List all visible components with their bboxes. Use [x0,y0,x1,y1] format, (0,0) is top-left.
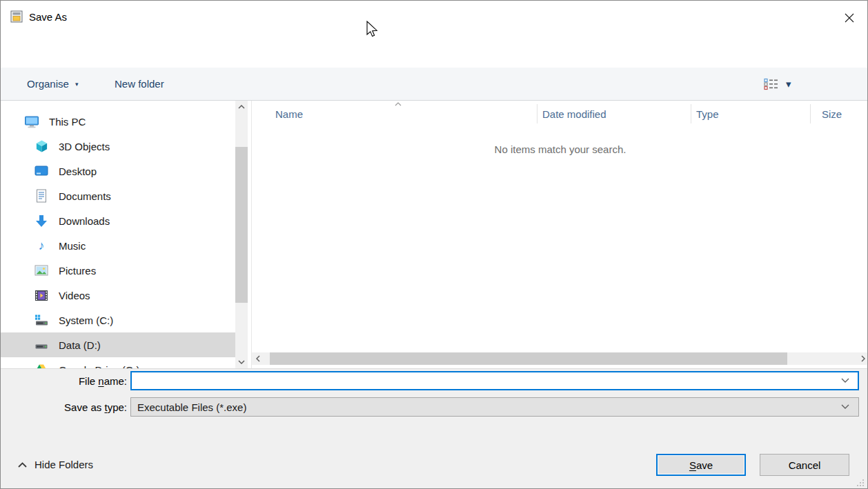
column-divider[interactable] [691,104,691,123]
chevron-down-icon: ▾ [75,81,79,88]
column-header-row: Name Date modified Type Size [252,101,867,127]
organise-label: Organise [27,78,69,90]
hide-folders-label: Hide Folders [34,459,93,470]
sidebar-item-documents[interactable]: Documents [1,183,235,208]
downloads-icon [34,214,49,228]
save-as-type-label: Save as type: [1,401,127,413]
google-drive-icon [34,363,49,368]
title-bar: Save As [1,1,867,34]
navigation-bar: › This PC › Data (D:) › Software › CLO [1,34,867,68]
sidebar-item-label: Documents [59,190,111,202]
music-icon: ♪ [34,239,49,252]
sidebar-item-label: Videos [59,290,90,301]
chevron-down-icon: ▾ [786,78,791,90]
save-as-type-value: Executable Files (*.exe) [137,401,246,413]
system-drive-icon [34,313,49,327]
scroll-left-icon[interactable] [256,355,260,362]
window-title: Save As [29,11,67,23]
empty-results-message: No items match your search. [252,143,867,155]
column-header-size[interactable]: Size [822,108,842,120]
column-divider[interactable] [810,104,811,123]
scrollbar-thumb[interactable] [235,147,248,303]
scroll-right-icon[interactable] [861,355,865,362]
sidebar-item-data-d[interactable]: Data (D:) [1,332,235,357]
sidebar-item-google-drive[interactable]: Google Drive (G:) [1,357,235,368]
column-header-name[interactable]: Name [275,108,303,120]
sidebar-item-this-pc[interactable]: This PC [1,109,235,134]
sidebar-item-label: Music [59,240,86,252]
sidebar-item-downloads[interactable]: Downloads [1,208,235,233]
scrollbar-thumb[interactable] [270,352,787,365]
scroll-down-icon[interactable] [238,360,245,364]
sidebar-item-3d-objects[interactable]: 3D Objects [1,134,235,159]
this-pc-icon [24,114,39,128]
3d-objects-icon [34,139,49,153]
scroll-up-icon[interactable] [238,105,245,109]
sidebar-item-label: Downloads [59,215,110,227]
organise-button[interactable]: Organise ▾ [27,68,78,100]
save-as-type-dropdown[interactable]: Executable Files (*.exe) [130,397,859,417]
sidebar-item-label: Desktop [59,166,97,177]
save-as-icon [10,10,23,23]
column-header-type[interactable]: Type [696,108,719,120]
save-as-dialog: Save As [0,0,868,489]
sidebar-item-system-c[interactable]: System (C:) [1,308,235,332]
data-drive-icon [34,338,49,352]
sidebar-item-videos[interactable]: Videos [1,283,235,308]
cancel-button[interactable]: Cancel [760,454,849,476]
command-toolbar: Organise ▾ New folder ▾ ? [1,68,867,101]
documents-icon [34,189,49,203]
sidebar-item-label: This PC [49,116,86,128]
file-name-input[interactable] [130,371,859,390]
new-folder-button[interactable]: New folder [115,68,164,100]
desktop-icon [34,164,49,178]
resize-grip[interactable] [856,478,865,488]
navigation-pane: This PC 3D Objects [1,101,235,368]
sidebar-item-label: Data (D:) [59,339,101,351]
close-icon [845,13,854,23]
chevron-down-icon[interactable] [841,378,849,383]
chevron-down-icon[interactable] [841,404,849,410]
sidebar-item-pictures[interactable]: Pictures [1,258,235,283]
save-options-panel: File name: Save as type: Executable File… [1,368,867,489]
sidebar-item-desktop[interactable]: Desktop [1,159,235,183]
dialog-body: This PC 3D Objects [1,101,867,368]
hide-folders-button[interactable]: Hide Folders [18,459,93,470]
change-view-button[interactable]: ▾ [764,68,791,100]
sidebar-item-label: 3D Objects [59,141,110,152]
close-button[interactable] [840,9,858,27]
videos-icon [34,288,49,302]
pictures-icon [34,263,49,277]
sidebar-item-music[interactable]: ♪ Music [1,233,235,258]
new-folder-label: New folder [115,78,164,90]
details-view-icon [764,78,779,90]
column-divider[interactable] [537,104,537,123]
sort-ascending-icon [395,102,402,106]
file-list-pane: Name Date modified Type Size No items ma… [252,101,867,368]
chevron-up-icon [18,462,27,468]
sidebar-item-label: System (C:) [59,315,113,326]
horizontal-scrollbar[interactable] [252,352,867,365]
sidebar-item-label: Pictures [59,265,96,277]
save-button[interactable]: Save [656,454,746,476]
column-header-date-modified[interactable]: Date modified [542,108,606,120]
sidebar-scrollbar[interactable] [235,101,248,368]
file-name-label: File name: [1,375,127,387]
